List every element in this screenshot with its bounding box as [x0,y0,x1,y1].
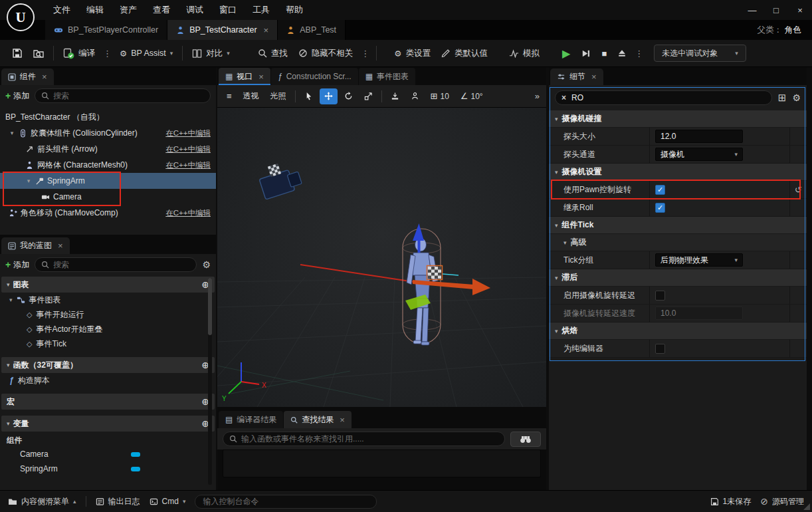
variable-springarm[interactable]: SpringArm [1,461,215,476]
add-component-button[interactable]: + 添加 [5,90,29,102]
move-tool-button[interactable] [320,88,338,104]
is-editor-only-checkbox[interactable] [655,344,665,354]
my-blueprint-search-input[interactable] [53,260,190,269]
details-settings-gear-icon[interactable]: ⚙ [792,92,801,103]
hide-unrelated-button[interactable]: 隐藏不相关 [293,43,359,63]
find-button[interactable]: 查找 [253,43,293,63]
find-in-all-blueprints-button[interactable] [510,432,541,447]
inherit-roll-checkbox[interactable]: ✓ [655,203,665,213]
edit-in-cpp-link[interactable]: 在C++中编辑 [165,160,211,170]
find-results-search-input[interactable] [241,434,498,444]
close-button[interactable]: × [788,0,812,20]
menu-tools[interactable]: 工具 [245,0,278,20]
components-search[interactable] [35,88,211,103]
window-resize-grip[interactable] [803,503,810,510]
tab-compiler-results[interactable]: ▤ 编译器结果 [219,411,283,428]
component-row-capsule[interactable]: ▾ 胶囊体组件 (CollisionCylinder) 在C++中编辑 [0,125,216,141]
component-row-mesh[interactable]: 网格体 (CharacterMesh0) 在C++中编辑 [0,157,216,173]
find-results-search[interactable] [223,432,505,446]
reset-to-default-button[interactable]: ↺ [789,181,807,198]
details-search-value[interactable]: RO [571,93,583,102]
category-lag[interactable]: ▾ 滞后 [549,269,807,287]
menu-file[interactable]: 文件 [45,0,78,20]
maximize-button[interactable]: □ [764,0,788,20]
simulate-button[interactable]: 模拟 [504,43,545,63]
scrollbar-thumb[interactable] [208,278,212,335]
source-control-button[interactable]: ⊘ 源码管理 [760,496,804,507]
bp-assist-button[interactable]: ⚙ BP Assist ▾ [114,43,178,63]
camera-rotation-lag-speed-input[interactable]: 10.0 [655,307,743,320]
item-event-graph[interactable]: ▾ 事件图表 [1,293,215,307]
tab-close-icon[interactable]: × [591,72,597,82]
enable-camera-rotation-lag-checkbox[interactable] [655,291,665,301]
expander-icon[interactable]: ▾ [9,297,13,303]
component-row-camera[interactable]: Camera [0,189,216,205]
variable-camera[interactable]: Camera [1,447,215,461]
cmd-dropdown[interactable]: Cmd ▾ [150,497,186,506]
menu-view[interactable]: 查看 [145,0,178,20]
save-button[interactable] [7,43,28,63]
content-drawer-button[interactable]: 内容侧滑菜单 ▴ [8,496,76,507]
subcategory-advanced[interactable]: ▾ 高级 [549,234,807,251]
compile-options-button[interactable]: ⋮ [100,43,114,63]
components-search-input[interactable] [53,91,204,100]
console-command-input[interactable] [195,495,377,509]
play-button[interactable]: ▶ [557,43,575,63]
section-macros[interactable]: 宏 ⊕ [1,394,215,410]
item-construction-script[interactable]: ƒ 构造脚本 [1,373,215,388]
unreal-logo[interactable]: U [7,3,35,31]
asset-tab-abp-test[interactable]: ABP_Test [278,20,346,40]
settings-gear-icon[interactable]: ⚙ [202,259,211,270]
variable-type-pill[interactable] [131,467,140,471]
tab-close-icon[interactable]: × [42,72,47,82]
variables-category-components[interactable]: 组件 [1,434,215,447]
menu-window[interactable]: 窗口 [211,0,245,20]
rotation-snap-button[interactable]: ∠ 10° [456,88,488,104]
rotate-tool-button[interactable] [340,88,357,104]
tab-close-icon[interactable]: × [264,25,269,35]
find-results-list[interactable] [223,449,541,477]
grid-snap-button[interactable]: ⊞ 10 [426,88,454,104]
select-tool-button[interactable] [300,88,318,104]
debug-object-dropdown[interactable]: 未选中调试对象 ▾ [654,45,746,62]
section-graphs[interactable]: ▾ 图表 ⊕ [1,277,215,293]
tab-close-icon[interactable]: × [258,72,264,82]
scrollbar-track[interactable] [208,278,212,485]
stop-button[interactable]: ■ [596,43,612,63]
component-row-self[interactable]: BP_TestCharacter （自我） [0,109,216,125]
tab-details[interactable]: 细节 × [550,68,603,85]
item-event-tick[interactable]: ◇ 事件Tick [1,336,215,351]
compile-button[interactable]: 编译 [58,43,100,63]
surface-snap-button[interactable] [386,88,404,104]
browse-to-asset-button[interactable] [28,43,49,63]
output-log-button[interactable]: 输出日志 [96,496,140,507]
tick-group-dropdown[interactable]: 后期物理效果 ▾ [655,253,743,267]
viewport-3d-canvas[interactable]: X Y [217,108,546,407]
camera-actor[interactable] [256,158,303,199]
unsaved-changes-button[interactable]: 1未保存 [710,496,752,507]
component-row-charmove[interactable]: 角色移动 (CharMoveComp) 在C++中编辑 [0,205,216,221]
probe-size-input[interactable]: 12.0 [655,130,743,143]
display-filter-icon[interactable]: ⊞ [778,92,787,104]
minimize-button[interactable]: — [740,0,764,20]
hide-unrelated-options-button[interactable]: ⋮ [358,43,372,63]
asset-tab-bp-testcharacter[interactable]: BP_TestCharacter × [167,20,278,40]
edit-in-cpp-link[interactable]: 在C++中编辑 [165,208,211,218]
edit-in-cpp-link[interactable]: 在C++中编辑 [165,128,211,138]
toolbar-overflow-button[interactable]: » [535,91,542,101]
probe-channel-dropdown[interactable]: 摄像机 ▾ [655,148,743,161]
item-event-actor-overlap[interactable]: ◇ 事件Actor开始重叠 [1,322,215,336]
section-functions[interactable]: ▾ 函数（32可覆盖） ⊕ [1,357,215,373]
expander-icon[interactable]: ▾ [9,130,15,136]
viewport-options-button[interactable]: ≡ [222,88,237,104]
tab-viewport[interactable]: ▦ 视口 × [219,68,270,85]
variable-type-pill[interactable] [131,452,140,457]
tab-close-icon[interactable]: × [340,415,345,425]
class-defaults-button[interactable]: 类默认值 [436,43,493,63]
use-pawn-control-rotation-checkbox[interactable]: ✓ [655,185,665,195]
play-options-button[interactable]: ⋮ [632,43,646,63]
add-blueprint-item-button[interactable]: + 添加 [5,259,29,271]
component-row-arrow[interactable]: 箭头组件 (Arrow) 在C++中编辑 [0,141,216,157]
clear-search-icon[interactable]: × [561,93,566,102]
lit-mode-button[interactable]: 光照 [266,88,291,104]
